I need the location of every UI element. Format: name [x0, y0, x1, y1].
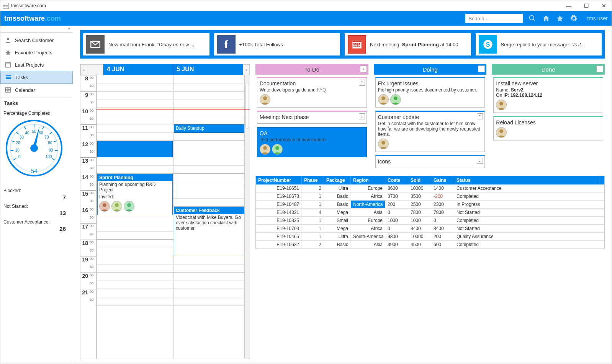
column-collapse-button[interactable]: ‹	[478, 65, 485, 72]
svg-rect-5	[6, 75, 11, 76]
svg-rect-6	[6, 77, 11, 78]
grid-row[interactable]: E19-10325 1 Small Europe 1000 1000 0 Com…	[256, 217, 604, 225]
calendar-days: Sprint PlanningPlanning on upcoming R&D …	[97, 75, 250, 359]
gear-icon[interactable]	[569, 14, 578, 23]
nav-item-calendar[interactable]: Calendar	[0, 84, 73, 96]
avatar	[111, 201, 122, 212]
home-icon[interactable]	[542, 14, 550, 23]
svg-rect-46	[359, 43, 360, 44]
nav-item-tasks[interactable]: Tasks	[0, 71, 73, 84]
grid-row[interactable]: E19-10678 1 Basic Africa 3700 3500 -200 …	[256, 193, 604, 201]
calendar-now-line	[97, 109, 250, 110]
card-toggle[interactable]: ⌄	[477, 158, 483, 164]
svg-line-33	[55, 150, 58, 151]
grid-row[interactable]: E19-10465 1 Ultra South-America 9800 100…	[256, 233, 604, 241]
card-title: Customer update	[378, 114, 483, 120]
kanban-card[interactable]: Reload Licenses	[493, 116, 603, 140]
svg-rect-53	[357, 46, 358, 47]
app-window: tms tmssoftware.com ― ☐ ✕ tmssoftware.co…	[0, 0, 612, 364]
calendar-scrollbar[interactable]	[244, 75, 250, 359]
nav-item-search-customer[interactable]: Search Customer	[0, 34, 73, 46]
avatar	[260, 144, 270, 155]
close-button[interactable]: ✕	[599, 3, 609, 9]
svg-line-29	[49, 132, 52, 134]
svg-point-72	[394, 96, 398, 100]
calendar-event[interactable]: Daily Standup	[174, 124, 249, 133]
grid-header-cell[interactable]: Sold	[408, 176, 431, 184]
kanban-card[interactable]: ⌄ Meeting: Next phase	[257, 111, 367, 124]
svg-text:100: 100	[46, 155, 52, 159]
kanban-card[interactable]: ⌃ Customer update Get in contact with th…	[375, 111, 485, 152]
calendar-prev-button[interactable]: ‹	[80, 64, 87, 75]
grid-row[interactable]: E19-10632 2 Basic Asia 3900 4500 600 Com…	[256, 241, 604, 249]
calendar-event[interactable]: Sprint PlanningPlanning on upcoming R&D …	[97, 174, 173, 215]
card-toggle[interactable]: ⌃	[477, 113, 483, 119]
user-label[interactable]: tms user	[587, 15, 608, 21]
card-title: QA	[260, 130, 364, 136]
calendar-event[interactable]: Customer FeedbackVideochat with Mike Buy…	[174, 207, 249, 256]
svg-text:90: 90	[49, 148, 53, 152]
grid-header-cell[interactable]: Gains	[431, 176, 454, 184]
grid-header: ProjectNumberPhasePackageRegionCostsSold…	[256, 176, 604, 184]
kanban-card[interactable]: ⌄ Icons	[375, 155, 485, 168]
calendar-day-col-1[interactable]: Sprint PlanningPlanning on upcoming R&D …	[97, 75, 173, 359]
maximize-button[interactable]: ☐	[581, 3, 592, 9]
kanban-card[interactable]: ⌃ Documentation Write developers guide a…	[257, 77, 367, 108]
svg-rect-51	[353, 46, 355, 47]
svg-point-58	[103, 203, 106, 207]
kanban-card[interactable]: QA Test performance of new feature.	[257, 127, 367, 157]
svg-text:50: 50	[32, 129, 36, 134]
card-toggle[interactable]: ⌃	[359, 80, 365, 86]
mail-icon	[86, 35, 105, 54]
grid-header-cell[interactable]: Package	[324, 176, 351, 184]
brand-suffix: .com	[45, 15, 61, 22]
grid-header-cell[interactable]: Phase	[302, 176, 324, 184]
svg-point-64	[263, 96, 267, 100]
calendar-event[interactable]	[97, 141, 173, 157]
metric-label: Blocked:	[3, 188, 70, 193]
avatar	[272, 144, 283, 155]
grid-header-cell[interactable]: ProjectNumber	[256, 176, 302, 184]
svg-text:80: 80	[48, 141, 52, 145]
brand-main: tmssoftware	[4, 15, 45, 22]
card-title: Fix urgent issues	[378, 80, 483, 87]
column-collapse-button[interactable]: ‹	[360, 65, 367, 72]
sidebar-collapse-button[interactable]: «	[0, 26, 73, 33]
kanban-board: To Do‹ ⌃ Documentation Write developers …	[255, 64, 605, 170]
info-tile-skype[interactable]: SSerge replied to your message: "Is it..…	[476, 33, 602, 55]
toolbar: tmssoftware.com tms user	[0, 11, 612, 26]
calendar-day-col-2[interactable]: Daily StandupCustomer FeedbackVideochat …	[173, 75, 250, 359]
nav-item-last-projects[interactable]: Last Projects	[0, 59, 73, 71]
svg-line-1	[533, 20, 535, 21]
grid-header-cell[interactable]: Status	[454, 176, 598, 184]
grid-row[interactable]: E19-10487 1 Basic North-America 200 2500…	[256, 201, 604, 209]
sidebar-section-title: Tasks	[0, 98, 73, 108]
search-input[interactable]	[465, 14, 523, 23]
info-tile-cal[interactable]: Next meeting: Sprint Planning at 14:00	[345, 33, 471, 55]
card-toggle[interactable]: ⌄	[359, 113, 365, 119]
info-tile-fb[interactable]: f+100k Total Follows	[214, 33, 340, 55]
calendar-next-button[interactable]: ›	[243, 64, 250, 75]
grid-header-cell[interactable]: Region	[351, 176, 385, 184]
nav-item-favorite-projects[interactable]: Favorite Projects	[0, 46, 73, 59]
nav-item-label: Search Customer	[15, 38, 54, 43]
svg-text:30: 30	[20, 135, 24, 139]
avatar	[496, 100, 507, 110]
grid-header-cell[interactable]: Costs	[385, 176, 408, 184]
tile-text: Next meeting: Sprint Planning at 14:00	[370, 42, 468, 47]
minimize-button[interactable]: ―	[563, 3, 574, 9]
star-icon[interactable]	[556, 14, 564, 23]
avatar	[496, 127, 507, 138]
grid-row[interactable]: E19-10703 1 Mega Africa 0 8400 8400 Not …	[256, 225, 604, 233]
svg-point-60	[115, 203, 119, 207]
kanban-card[interactable]: Install new server Name: Serv2On IP: 192…	[493, 77, 603, 113]
kanban-card[interactable]: Fix urgent issues Fix high priority issu…	[375, 77, 485, 108]
search-icon[interactable]	[528, 14, 537, 23]
info-tile-mail[interactable]: New mail from Frank: "Delay on new ...	[83, 33, 209, 55]
metrics-panel: Blocked:7Not Started:13Customer Acceptan…	[0, 181, 73, 236]
column-collapse-button[interactable]: ‹	[596, 65, 603, 72]
grid-body[interactable]: E19-10651 2 Ultra Europe 8600 10000 1400…	[256, 184, 604, 249]
grid-row[interactable]: E19-10651 2 Ultra Europe 8600 10000 1400…	[256, 184, 604, 193]
grid-row[interactable]: E18-14321 4 Mega Asia 0 7800 7800 Not St…	[256, 209, 604, 217]
card-title: Documentation	[260, 80, 364, 87]
